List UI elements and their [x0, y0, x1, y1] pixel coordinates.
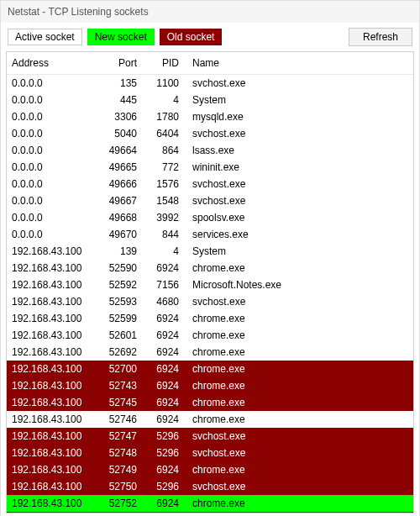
refresh-button[interactable]: Refresh [349, 28, 412, 46]
cell-pid: 6924 [145, 344, 187, 361]
cell-address: 192.168.43.100 [7, 344, 99, 361]
cell-name: svchost.exe [187, 125, 413, 142]
cell-port: 52590 [99, 260, 145, 276]
cell-pid: 5296 [145, 428, 187, 445]
cell-port: 52700 [99, 361, 145, 377]
cell-address: 0.0.0.0 [7, 92, 99, 108]
cell-address: 0.0.0.0 [7, 75, 99, 92]
toolbar: Active socket New socket Old socket Refr… [1, 23, 419, 51]
table-row[interactable]: 0.0.0.0496671548svchost.exe [7, 192, 413, 209]
table-row[interactable]: 192.168.43.100526016924chrome.exe [7, 327, 413, 344]
table-row[interactable]: 192.168.43.100525996924chrome.exe [7, 310, 413, 327]
table-row[interactable]: 0.0.0.01351100svchost.exe [7, 75, 413, 92]
cell-address: 0.0.0.0 [7, 108, 99, 125]
table-row[interactable]: 192.168.43.100527505296svchost.exe [7, 478, 413, 495]
cell-address: 0.0.0.0 [7, 226, 99, 243]
cell-port: 52748 [99, 445, 145, 461]
cell-address: 192.168.43.100 [7, 495, 99, 512]
cell-address: 0.0.0.0 [7, 176, 99, 192]
table-row[interactable]: 0.0.0.033061780mysqld.exe [7, 108, 413, 125]
titlebar: Netstat - TCP Listening sockets [1, 1, 419, 23]
table-row[interactable]: 192.168.43.100525906924chrome.exe [7, 260, 413, 276]
cell-name: chrome.exe [187, 411, 413, 428]
cell-name: chrome.exe [187, 260, 413, 276]
socket-table-scroll[interactable]: Address Port PID Name 0.0.0.01351100svch… [6, 51, 414, 513]
cell-address: 192.168.43.100 [7, 461, 99, 478]
cell-address: 0.0.0.0 [7, 142, 99, 159]
cell-address: 192.168.43.100 [7, 243, 99, 260]
cell-name: mysqld.exe [187, 108, 413, 125]
table-row[interactable]: 192.168.43.100527496924chrome.exe [7, 461, 413, 478]
cell-name: Microsoft.Notes.exe [187, 276, 413, 293]
cell-pid: 772 [145, 159, 187, 176]
cell-name: svchost.exe [187, 445, 413, 461]
table-row[interactable]: 192.168.43.100527456924chrome.exe [7, 394, 413, 411]
cell-name: chrome.exe [187, 327, 413, 344]
cell-pid: 864 [145, 142, 187, 159]
table-row[interactable]: 192.168.43.100527475296svchost.exe [7, 428, 413, 445]
cell-port: 52749 [99, 461, 145, 478]
cell-port: 49666 [99, 176, 145, 192]
table-row[interactable]: 192.168.43.100527006924chrome.exe [7, 361, 413, 377]
table-row[interactable]: 192.168.43.100525934680svchost.exe [7, 293, 413, 310]
cell-port: 52745 [99, 394, 145, 411]
table-row[interactable]: 192.168.43.100526926924chrome.exe [7, 344, 413, 361]
cell-address: 192.168.43.100 [7, 445, 99, 461]
cell-pid: 1576 [145, 176, 187, 192]
cell-port: 52746 [99, 411, 145, 428]
cell-port: 52750 [99, 478, 145, 495]
table-row[interactable]: 0.0.0.04454System [7, 92, 413, 108]
cell-name: chrome.exe [187, 461, 413, 478]
cell-port: 5040 [99, 125, 145, 142]
cell-pid: 6924 [145, 260, 187, 276]
cell-port: 135 [99, 75, 145, 92]
cell-port: 49667 [99, 192, 145, 209]
cell-address: 192.168.43.100 [7, 394, 99, 411]
legend-active: Active socket [8, 29, 82, 45]
table-row[interactable]: 0.0.0.0496661576svchost.exe [7, 176, 413, 192]
cell-port: 52753 [99, 512, 145, 513]
cell-port: 49668 [99, 209, 145, 226]
table-row[interactable]: 0.0.0.049665772wininit.exe [7, 159, 413, 176]
cell-name: chrome.exe [187, 495, 413, 512]
cell-port: 445 [99, 92, 145, 108]
titlebar-spacer [396, 7, 412, 17]
table-row[interactable]: 192.168.43.100525927156Microsoft.Notes.e… [7, 276, 413, 293]
cell-port: 52752 [99, 495, 145, 512]
table-row[interactable]: 192.168.43.1001394System [7, 243, 413, 260]
cell-pid: 7156 [145, 276, 187, 293]
table-header-row: Address Port PID Name [7, 52, 413, 75]
table-row[interactable]: 192.168.43.100527436924chrome.exe [7, 377, 413, 394]
cell-pid: 6924 [145, 495, 187, 512]
cell-address: 192.168.43.100 [7, 293, 99, 310]
table-row[interactable]: 192.168.43.100527535296svchost.exe [7, 512, 413, 513]
cell-name: svchost.exe [187, 75, 413, 92]
table-row[interactable]: 192.168.43.100527466924chrome.exe [7, 411, 413, 428]
table-row[interactable]: 192.168.43.100527485296svchost.exe [7, 445, 413, 461]
cell-name: wininit.exe [187, 159, 413, 176]
cell-address: 0.0.0.0 [7, 159, 99, 176]
col-pid[interactable]: PID [145, 52, 187, 75]
col-name[interactable]: Name [187, 52, 413, 75]
cell-pid: 5296 [145, 512, 187, 513]
cell-pid: 1548 [145, 192, 187, 209]
table-row[interactable]: 192.168.43.100527526924chrome.exe [7, 495, 413, 512]
cell-address: 192.168.43.100 [7, 478, 99, 495]
table-row[interactable]: 0.0.0.050406404svchost.exe [7, 125, 413, 142]
table-row[interactable]: 0.0.0.0496683992spoolsv.exe [7, 209, 413, 226]
cell-port: 49664 [99, 142, 145, 159]
table-row[interactable]: 0.0.0.049670844services.exe [7, 226, 413, 243]
cell-port: 3306 [99, 108, 145, 125]
cell-address: 192.168.43.100 [7, 377, 99, 394]
cell-name: chrome.exe [187, 310, 413, 327]
cell-port: 52593 [99, 293, 145, 310]
cell-address: 0.0.0.0 [7, 125, 99, 142]
cell-pid: 5296 [145, 478, 187, 495]
cell-pid: 4 [145, 243, 187, 260]
col-port[interactable]: Port [99, 52, 145, 75]
table-row[interactable]: 0.0.0.049664864lsass.exe [7, 142, 413, 159]
cell-port: 52747 [99, 428, 145, 445]
cell-port: 52592 [99, 276, 145, 293]
cell-name: spoolsv.exe [187, 209, 413, 226]
col-address[interactable]: Address [7, 52, 99, 75]
